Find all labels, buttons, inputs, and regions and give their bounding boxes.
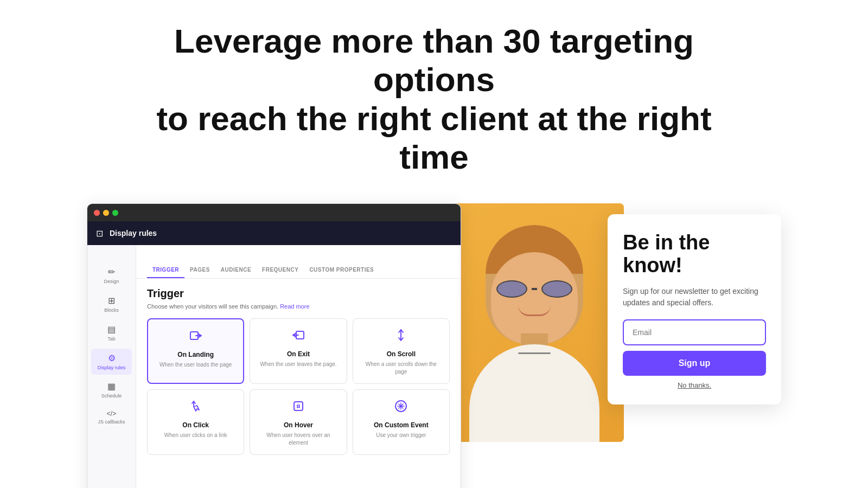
tab-icon: ▤ [107, 324, 116, 335]
page-wrapper: Leverage more than 30 targeting options … [0, 0, 868, 488]
sidebar: ✏ Design ⊞ Blocks ▤ Tab ⚙ Display rules [87, 221, 136, 488]
trigger-card-on-click[interactable]: On Click When user clicks on a link [147, 389, 244, 455]
sidebar-item-tab[interactable]: ▤ Tab [91, 320, 132, 346]
schedule-icon: ▦ [107, 381, 116, 391]
on-click-title: On Click [182, 421, 209, 429]
on-exit-desc: When the user leaves the page. [260, 361, 336, 368]
on-custom-event-icon [393, 399, 409, 417]
popup-area: Be in the know! Sign up for our newslett… [461, 203, 781, 488]
sidebar-label-schedule: Schedule [101, 393, 122, 399]
trigger-content: Trigger Choose when your visitors will s… [136, 279, 461, 464]
tab-audience[interactable]: AUDIENCE [215, 262, 257, 278]
trigger-subtitle-text: Choose when your visitors will see this … [147, 303, 278, 310]
on-custom-event-title: On Custom Event [374, 421, 429, 429]
person-shape [445, 203, 624, 442]
no-thanks-link[interactable]: No thanks. [623, 381, 766, 389]
sidebar-label-display-rules: Display rules [98, 365, 126, 371]
svg-point-4 [400, 405, 403, 408]
trigger-card-on-landing[interactable]: On Landing When the user loads the page [147, 318, 244, 384]
sidebar-item-design[interactable]: ✏ Design [91, 262, 132, 289]
sidebar-label-js-callbacks: JS callbacks [98, 419, 125, 425]
on-click-desc: When user clicks on a link [164, 432, 227, 439]
browser-titlebar [87, 204, 461, 221]
on-exit-icon [291, 328, 306, 346]
on-hover-title: On Hover [284, 421, 313, 429]
signup-button[interactable]: Sign up [623, 351, 766, 376]
newsletter-subtitle: Sign up for our newsletter to get exciti… [623, 286, 766, 309]
sidebar-item-display-rules[interactable]: ⚙ Display rules [91, 349, 132, 375]
on-scroll-desc: When a user scrolls down the page [360, 361, 443, 376]
tab-trigger[interactable]: TRIGGER [147, 262, 184, 278]
sidebar-label-blocks: Blocks [104, 307, 119, 313]
sidebar-item-blocks[interactable]: ⊞ Blocks [91, 291, 132, 318]
sidebar-item-js-callbacks[interactable]: </> JS callbacks [91, 406, 132, 429]
on-exit-title: On Exit [287, 350, 310, 358]
app-header-icon: ⊡ [96, 228, 103, 239]
trigger-card-on-scroll[interactable]: On Scroll When a user scrolls down the p… [353, 318, 450, 384]
tab-custom-properties[interactable]: CUSTOM PROPERTIES [304, 262, 379, 278]
headline-line2: to reach the right client at the right t… [156, 100, 711, 176]
on-scroll-icon [393, 328, 409, 346]
content-area: ⊡ Display rules ✏ Design ⊞ Blocks ▤ [87, 203, 781, 488]
trigger-card-on-hover[interactable]: On Hover When user hovers over an elemen… [250, 389, 347, 455]
on-landing-desc: When the user loads the page [159, 361, 232, 369]
display-rules-icon: ⚙ [108, 353, 116, 363]
blocks-icon: ⊞ [108, 296, 115, 306]
trigger-title: Trigger [147, 287, 450, 300]
trigger-read-more-link[interactable]: Read more [280, 303, 309, 310]
main-headline: Leverage more than 30 targeting options … [136, 22, 732, 176]
trigger-grid: On Landing When the user loads the page [147, 318, 450, 455]
on-landing-title: On Landing [177, 351, 214, 358]
headline-line1: Leverage more than 30 targeting options [174, 22, 694, 98]
app-header: ⊡ Display rules [87, 221, 461, 245]
traffic-light-green[interactable] [112, 210, 118, 216]
js-callbacks-icon: </> [107, 410, 116, 418]
browser-window: ⊡ Display rules ✏ Design ⊞ Blocks ▤ [87, 203, 461, 488]
on-custom-event-desc: Use your own trigger [376, 432, 426, 439]
trigger-card-on-custom-event[interactable]: On Custom Event Use your own trigger [353, 389, 450, 455]
on-hover-desc: When user hovers over an element [257, 432, 340, 447]
sidebar-item-schedule[interactable]: ▦ Schedule [91, 377, 132, 403]
on-scroll-title: On Scroll [387, 350, 416, 358]
tab-pages[interactable]: PAGES [184, 262, 215, 278]
design-icon: ✏ [108, 267, 115, 277]
sidebar-label-tab: Tab [107, 336, 116, 342]
newsletter-card: Be in the know! Sign up for our newslett… [608, 214, 781, 404]
traffic-light-yellow[interactable] [103, 210, 109, 216]
svg-rect-2 [294, 402, 303, 410]
on-hover-icon [291, 399, 306, 417]
browser-body: ✏ Design ⊞ Blocks ▤ Tab ⚙ Display rules [87, 221, 461, 488]
on-click-icon [188, 399, 203, 417]
email-input[interactable] [623, 319, 766, 345]
trigger-subtitle: Choose when your visitors will see this … [147, 303, 450, 310]
on-landing-icon [188, 328, 203, 346]
popup-background-image [445, 203, 624, 442]
main-content: TRIGGER PAGES AUDIENCE FREQUENCY CUSTOM … [136, 221, 461, 488]
tab-frequency[interactable]: FREQUENCY [257, 262, 304, 278]
trigger-card-on-exit[interactable]: On Exit When the user leaves the page. [250, 318, 347, 384]
tabs-bar: TRIGGER PAGES AUDIENCE FREQUENCY CUSTOM … [136, 262, 461, 279]
traffic-light-red[interactable] [94, 210, 100, 216]
newsletter-title: Be in the know! [623, 232, 766, 277]
app-header-title: Display rules [110, 229, 157, 237]
sidebar-label-design: Design [104, 279, 119, 285]
